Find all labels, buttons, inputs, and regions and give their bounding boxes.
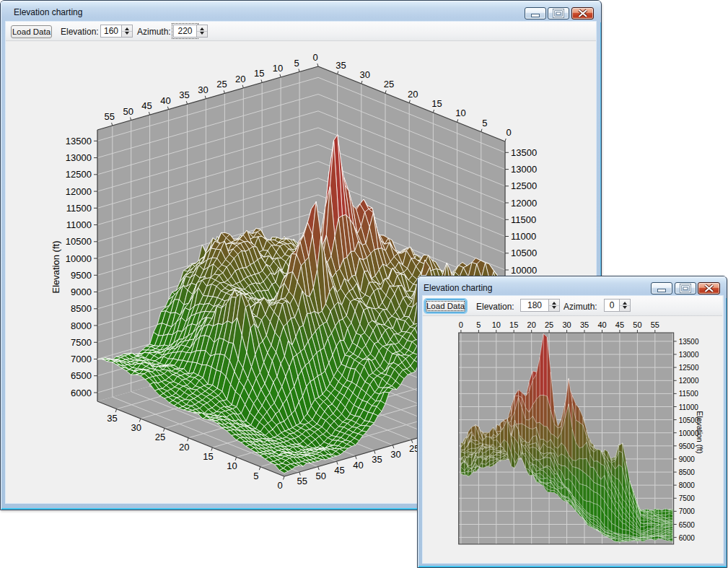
svg-text:40: 40 — [597, 320, 606, 329]
svg-text:10500: 10500 — [66, 236, 92, 247]
svg-text:8500: 8500 — [71, 303, 92, 314]
svg-text:10000: 10000 — [511, 265, 537, 276]
svg-text:45: 45 — [334, 465, 344, 476]
svg-text:30: 30 — [390, 449, 400, 460]
svg-text:30: 30 — [131, 422, 141, 433]
svg-text:8000: 8000 — [71, 320, 92, 331]
svg-text:20: 20 — [527, 320, 536, 329]
svg-text:0: 0 — [312, 52, 317, 63]
svg-text:7000: 7000 — [679, 507, 696, 515]
svg-text:0: 0 — [277, 480, 282, 491]
svg-text:30: 30 — [562, 320, 571, 329]
svg-text:13500: 13500 — [679, 338, 699, 346]
svg-text:40: 40 — [353, 460, 363, 471]
svg-text:12500: 12500 — [66, 169, 92, 180]
svg-text:9500: 9500 — [71, 270, 92, 281]
svg-text:55: 55 — [105, 111, 115, 122]
svg-text:7500: 7500 — [71, 337, 92, 348]
svg-text:12500: 12500 — [679, 364, 699, 372]
svg-text:15: 15 — [203, 451, 213, 462]
svg-text:45: 45 — [141, 100, 152, 111]
svg-text:25: 25 — [384, 79, 394, 89]
svg-text:0: 0 — [459, 320, 463, 329]
svg-text:7000: 7000 — [71, 354, 92, 364]
svg-text:11500: 11500 — [511, 214, 536, 225]
svg-text:5: 5 — [294, 58, 299, 69]
svg-text:35: 35 — [372, 454, 382, 465]
svg-text:15: 15 — [254, 68, 264, 79]
svg-text:20: 20 — [179, 442, 189, 453]
svg-text:10000: 10000 — [66, 253, 92, 264]
svg-text:13000: 13000 — [511, 164, 537, 175]
svg-text:11500: 11500 — [66, 203, 92, 214]
svg-text:35: 35 — [580, 320, 589, 329]
svg-text:10: 10 — [492, 320, 501, 329]
svg-text:20: 20 — [235, 74, 245, 84]
svg-text:9000: 9000 — [679, 455, 696, 463]
svg-text:Elevation (ft): Elevation (ft) — [51, 241, 61, 294]
svg-text:11000: 11000 — [511, 231, 536, 242]
svg-text:50: 50 — [315, 471, 325, 481]
svg-text:20: 20 — [408, 89, 418, 100]
svg-text:55: 55 — [651, 320, 659, 329]
svg-text:13000: 13000 — [679, 351, 699, 359]
svg-text:50: 50 — [633, 320, 641, 329]
svg-text:5: 5 — [482, 118, 487, 128]
svg-text:12000: 12000 — [511, 198, 537, 209]
svg-text:30: 30 — [198, 84, 208, 95]
svg-text:11000: 11000 — [66, 219, 92, 230]
svg-text:35: 35 — [107, 413, 117, 424]
svg-text:12500: 12500 — [511, 180, 537, 191]
svg-text:12000: 12000 — [679, 377, 699, 385]
svg-text:35: 35 — [336, 60, 346, 71]
svg-text:15: 15 — [509, 320, 518, 329]
svg-text:10: 10 — [227, 460, 237, 471]
svg-text:6000: 6000 — [679, 534, 696, 542]
svg-text:5: 5 — [253, 471, 258, 481]
svg-text:7500: 7500 — [679, 494, 696, 502]
svg-text:25: 25 — [545, 320, 553, 329]
svg-text:13500: 13500 — [511, 147, 537, 158]
svg-text:11500: 11500 — [679, 390, 699, 398]
svg-text:10500: 10500 — [511, 248, 537, 258]
svg-text:40: 40 — [160, 95, 170, 106]
svg-text:6500: 6500 — [679, 521, 696, 529]
svg-text:0: 0 — [506, 127, 511, 138]
svg-text:30: 30 — [360, 69, 370, 80]
svg-text:25: 25 — [155, 432, 165, 442]
svg-text:Elevation (ft): Elevation (ft) — [696, 411, 704, 454]
svg-text:13000: 13000 — [66, 152, 92, 163]
svg-text:45: 45 — [615, 320, 624, 329]
svg-text:12000: 12000 — [66, 186, 92, 197]
svg-text:8500: 8500 — [679, 468, 696, 476]
svg-text:9500: 9500 — [679, 442, 696, 450]
svg-text:55: 55 — [297, 476, 307, 486]
svg-text:13500: 13500 — [66, 136, 92, 147]
svg-text:6500: 6500 — [71, 370, 92, 381]
svg-text:25: 25 — [216, 79, 227, 89]
svg-text:5: 5 — [476, 320, 481, 329]
svg-text:50: 50 — [123, 106, 133, 117]
svg-text:11000: 11000 — [679, 403, 699, 411]
svg-text:10: 10 — [273, 63, 283, 74]
svg-text:15: 15 — [431, 98, 442, 109]
svg-text:6000: 6000 — [71, 388, 92, 398]
svg-text:35: 35 — [179, 89, 189, 100]
svg-text:8000: 8000 — [679, 481, 696, 489]
svg-text:9000: 9000 — [71, 287, 92, 297]
svg-text:10: 10 — [455, 108, 465, 118]
